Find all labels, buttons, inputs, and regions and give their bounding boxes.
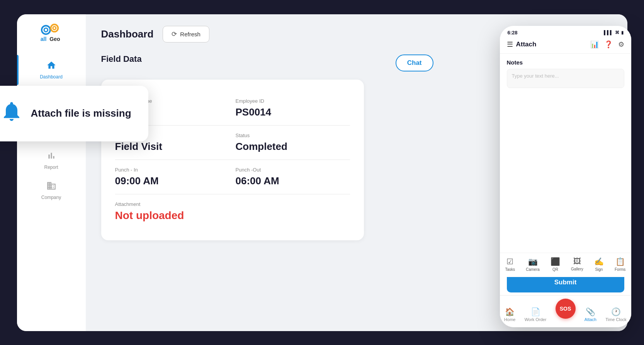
tasks-label: Tasks [505, 267, 515, 272]
sidebar-item-label-report: Report [44, 165, 58, 170]
svg-text:all: all [40, 36, 46, 42]
phone-notes-section: Notes Type your text here... [500, 54, 631, 93]
punch-out-field: Punch -Out 06:00 AM [236, 167, 350, 187]
phone-tool-forms[interactable]: 📋 Forms [615, 257, 625, 272]
tasks-icon: ☑ [506, 257, 513, 266]
task-value: Field Visit [115, 141, 229, 153]
sidebar-item-report[interactable]: Report [17, 145, 86, 175]
settings-icon[interactable]: ⚙ [618, 40, 624, 49]
svg-point-0 [41, 25, 50, 34]
notes-title: Notes [507, 59, 624, 66]
attachment-row: Attachment Not uploaded [115, 194, 350, 229]
status-value: Completed [236, 141, 350, 153]
report-icon [46, 151, 56, 163]
page-title: Dashboard [101, 28, 154, 40]
phone-toolbar: ☑ Tasks 📷 Camera ⬛ QR 🖼 Gallery ✍ Sign 📋 [500, 253, 631, 277]
attach-tab-label: Attach [585, 317, 596, 322]
phone-header-label: Attach [516, 41, 537, 48]
phone-header: ☰ Attach 📊 ❓ ⚙ [500, 37, 631, 54]
svg-point-3 [53, 26, 56, 29]
attach-tab-icon: 📎 [586, 307, 595, 316]
sidebar-item-label-company: Company [41, 195, 61, 200]
signal-icon: ▌▌▌ [604, 30, 613, 35]
phone-tab-timeclock[interactable]: 🕐 Time Clock [605, 307, 627, 322]
phone-time: 6:28 [508, 30, 518, 36]
chat-button[interactable]: Chat [396, 54, 433, 71]
home-icon [46, 60, 56, 73]
alert-message: Attach file is missing [31, 107, 131, 119]
bell-icon [0, 100, 23, 127]
sign-icon: ✍ [594, 257, 604, 266]
employee-row: Employee Name Joan Employee ID PS0014 [115, 91, 350, 126]
help-icon[interactable]: ❓ [604, 40, 613, 49]
forms-icon: 📋 [615, 257, 625, 266]
phone-tab-sos[interactable]: SOS [556, 299, 576, 322]
notes-placeholder: Type your text here... [512, 73, 559, 79]
phone-tool-gallery[interactable]: 🖼 Gallery [571, 257, 583, 272]
sidebar: all Geo Dashboard Schedule [17, 14, 86, 331]
status-label: Status [236, 133, 350, 138]
attachment-label: Attachment [115, 201, 350, 207]
phone-header-icons: 📊 ❓ ⚙ [590, 40, 624, 49]
punch-out-label: Punch -Out [236, 167, 350, 173]
phone-overlay: 6:28 ▌▌▌ ⌘ ▮ ☰ Attach 📊 ❓ ⚙ Notes Type y [500, 26, 631, 327]
logo-area: all Geo [38, 22, 65, 43]
sos-button[interactable]: SOS [556, 299, 576, 319]
home-tab-icon: 🏠 [505, 307, 515, 316]
camera-label: Camera [526, 267, 540, 272]
qr-icon: ⬛ [551, 257, 560, 266]
wifi-icon: ⌘ [615, 30, 619, 35]
employee-id-value: PS0014 [236, 106, 350, 118]
status-field: Status Completed [236, 133, 350, 153]
phone-tab-workorder[interactable]: 📄 Work Order [525, 307, 547, 322]
phone-bottom-tabs: 🏠 Home 📄 Work Order SOS 📎 Attach 🕐 Time … [500, 295, 631, 327]
svg-point-1 [44, 28, 48, 31]
gallery-icon: 🖼 [573, 257, 581, 266]
sidebar-item-dashboard[interactable]: Dashboard [17, 55, 86, 85]
app-container: all Geo Dashboard Schedule [17, 14, 627, 331]
employee-id-label: Employee ID [236, 98, 350, 104]
timeclock-tab-label: Time Clock [605, 317, 627, 322]
refresh-label: Refresh [180, 31, 201, 37]
phone-tab-home[interactable]: 🏠 Home [504, 307, 515, 322]
punch-row: Punch - In 09:00 AM Punch -Out 06:00 AM [115, 160, 350, 194]
punch-in-label: Punch - In [115, 167, 229, 173]
status-icons: ▌▌▌ ⌘ ▮ [604, 30, 623, 35]
refresh-icon: ⟳ [172, 30, 177, 38]
phone-tool-camera[interactable]: 📷 Camera [526, 257, 540, 272]
timeclock-tab-icon: 🕐 [611, 307, 621, 316]
task-row: Task Field Visit Status Completed [115, 126, 350, 160]
gallery-label: Gallery [571, 267, 583, 271]
menu-attach-area: ☰ Attach [507, 40, 537, 49]
camera-icon: 📷 [528, 257, 538, 266]
field-data-title: Field Data [101, 54, 142, 64]
phone-tab-attach[interactable]: 📎 Attach [585, 307, 596, 322]
punch-in-value: 09:00 AM [115, 175, 229, 187]
hamburger-icon: ☰ [507, 40, 513, 49]
sidebar-item-company[interactable]: Company [17, 175, 86, 206]
punch-in-field: Punch - In 09:00 AM [115, 167, 229, 187]
svg-point-2 [51, 24, 58, 32]
attachment-value: Not uploaded [115, 209, 350, 222]
workorder-tab-icon: 📄 [531, 307, 540, 316]
alert-popup: Attach file is missing [0, 86, 148, 141]
sidebar-item-label-dashboard: Dashboard [40, 74, 63, 80]
punch-out-value: 06:00 AM [236, 175, 350, 187]
chart-icon[interactable]: 📊 [590, 40, 599, 49]
phone-status-bar: 6:28 ▌▌▌ ⌘ ▮ [500, 26, 631, 37]
battery-icon: ▮ [621, 30, 624, 35]
forms-label: Forms [615, 267, 625, 272]
qr-label: QR [552, 267, 558, 272]
home-tab-label: Home [504, 317, 515, 322]
company-icon [46, 181, 56, 193]
notes-input[interactable]: Type your text here... [507, 69, 624, 88]
refresh-button[interactable]: ⟳ Refresh [163, 26, 209, 42]
workorder-tab-label: Work Order [525, 317, 547, 322]
svg-text:Geo: Geo [49, 36, 60, 42]
phone-tool-qr[interactable]: ⬛ QR [551, 257, 560, 272]
sign-label: Sign [595, 267, 603, 272]
phone-tool-tasks[interactable]: ☑ Tasks [505, 257, 515, 272]
employee-id-field: Employee ID PS0014 [236, 98, 350, 118]
phone-tool-sign[interactable]: ✍ Sign [594, 257, 604, 272]
